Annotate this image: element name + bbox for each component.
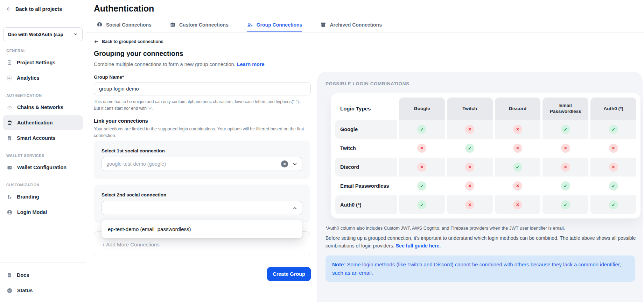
sidebar-item-label: Branding (17, 194, 39, 200)
see-full-guide-link[interactable]: See full guide here. (396, 243, 441, 249)
tab-archived-connections[interactable]: Archived Connections (320, 19, 382, 32)
check-icon: ✓ (609, 125, 618, 134)
panel-heading: POSSIBLE LOGIN COMBINATIONS (326, 81, 643, 86)
check-icon: ✓ (609, 181, 618, 190)
sidebar-item-label: Authentication (17, 120, 53, 125)
section-label-wallet-services: WALLET SERVICES (0, 146, 86, 159)
sidebar-item-analytics[interactable]: Analytics (3, 71, 83, 85)
column-header-email-passwordless: Email Passwordless (542, 98, 588, 120)
column-header-twitch: Twitch (447, 98, 493, 120)
column-header-discord: Discord (495, 98, 541, 120)
sidebar-item-smart-accounts[interactable]: Smart Accounts (3, 131, 83, 145)
sidebar-item-label: Chains & Networks (17, 105, 63, 110)
sidebar-item-wallet-configuration[interactable]: Wallet Configuration (3, 160, 83, 175)
project-selector[interactable]: One with Web3Auth (sap (3, 27, 83, 41)
check-icon: ✓ (609, 200, 618, 209)
supported-cell: ✓ (590, 195, 636, 214)
supported-cell: ✓ (542, 177, 588, 195)
cross-icon: ✕ (513, 200, 522, 209)
select-second-connection-card: Select 2nd social connection (94, 185, 310, 223)
sidebar-item-label: Analytics (17, 75, 39, 81)
cross-icon: ✕ (465, 181, 474, 190)
arrow-left-icon (6, 6, 12, 12)
note-label: Note: (332, 261, 345, 267)
connection-dropdown-menu: ep-test-demo (email_passwordless) (102, 220, 302, 238)
auth0-footnote: *Auth0 column also includes Custom JWT, … (326, 225, 643, 231)
back-link-label: Back to grouped connections (102, 39, 163, 44)
back-to-projects-label: Back to all projects (15, 6, 62, 12)
sidebar-item-branding[interactable]: Branding (3, 189, 83, 204)
arrow-left-icon (94, 39, 99, 44)
sidebar-item-label: Wallet Configuration (17, 165, 66, 170)
page-title: Authentication (94, 3, 154, 14)
sidebar-item-project-settings[interactable]: Project Settings (3, 55, 83, 70)
check-icon: ✓ (417, 181, 426, 190)
wallet-icon (7, 165, 13, 171)
form-subheading: Combine multiple connections to form a n… (94, 62, 265, 67)
tab-social-connections[interactable]: Social Connections (97, 19, 152, 32)
cross-icon: ✕ (417, 163, 426, 172)
tab-label: Custom Connections (179, 22, 229, 28)
brush-icon (7, 194, 12, 200)
sidebar-item-status[interactable]: Status (3, 283, 83, 298)
select-first-value: google-test-demo (google) (106, 161, 281, 167)
learn-more-link[interactable]: Learn more (237, 62, 265, 67)
group-name-input[interactable] (94, 82, 311, 95)
unsupported-cell: ✕ (399, 158, 445, 177)
back-to-grouped-connections-link[interactable]: Back to grouped connections (94, 39, 163, 44)
select-first-connection[interactable]: google-test-demo (google) ✕ (102, 157, 302, 171)
cross-icon: ✕ (465, 163, 474, 172)
sidebar-item-label: Project Settings (17, 60, 55, 65)
sidebar: Back to all projects One with Web3Auth (… (0, 0, 86, 302)
sidebar-item-chains-networks[interactable]: Chains & Networks (3, 100, 83, 115)
tab-label: Archived Connections (330, 22, 382, 28)
user-circle-icon (7, 209, 13, 215)
sidebar-item-login-modal[interactable]: Login Modal (3, 205, 83, 220)
select-second-connection[interactable] (102, 201, 302, 215)
tab-custom-connections[interactable]: Custom Connections (170, 19, 229, 32)
combo-row-label: Auth0 (*) (335, 195, 397, 214)
unsupported-cell: ✕ (542, 158, 588, 177)
form-subheading-text: Combine multiple connections to form a n… (94, 62, 236, 67)
sidebar-item-label: Status (17, 288, 33, 293)
sidebar-item-authentication[interactable]: Authentication (3, 115, 83, 130)
helper-line-1: This name has to be unique and can only … (94, 99, 300, 105)
check-icon: ✓ (513, 163, 522, 172)
check-icon: ✓ (465, 144, 474, 153)
supported-cell: ✓ (399, 120, 445, 139)
database-icon (7, 120, 13, 126)
back-to-projects-link[interactable]: Back to all projects (0, 0, 86, 18)
cross-icon: ✕ (513, 181, 522, 190)
cross-icon: ✕ (465, 200, 474, 209)
create-group-button[interactable]: Create Group (267, 267, 311, 281)
section-label-general: GENERAL (0, 41, 86, 55)
unsupported-cell: ✕ (495, 177, 541, 195)
sidebar-item-docs[interactable]: Docs (3, 268, 83, 282)
add-more-label: + Add More Connections (102, 242, 160, 247)
column-header-login-types: Login Types (335, 98, 397, 120)
section-label-customization: CUSTOMIZATION (0, 175, 86, 189)
cross-icon: ✕ (609, 163, 618, 172)
docs-icon (7, 272, 12, 278)
tab-group-connections[interactable]: Group Connections (247, 19, 302, 32)
cross-icon: ✕ (609, 144, 618, 153)
unsupported-cell: ✕ (447, 195, 493, 214)
supported-cell: ✓ (447, 139, 493, 158)
chevron-down-icon (292, 161, 298, 167)
tab-bar: Social Connections Custom Connections Gr… (86, 19, 644, 33)
cross-icon: ✕ (513, 144, 522, 153)
sidebar-footer: Docs Status (0, 263, 86, 300)
combo-row-label: Discord (335, 158, 397, 177)
supported-cell: ✓ (399, 195, 445, 214)
supported-cell: ✓ (590, 120, 636, 139)
supported-cell: ✓ (542, 120, 588, 139)
users-group-icon (247, 22, 253, 28)
unsupported-cell: ✕ (495, 120, 541, 139)
clear-selection-button[interactable]: ✕ (281, 160, 288, 167)
combinations-table-card: Login Types Google Twitch Discord Email … (331, 93, 640, 218)
unsupported-cell: ✕ (590, 139, 636, 158)
dropdown-option-ep-test-demo[interactable]: ep-test-demo (email_passwordless) (102, 222, 302, 236)
check-icon: ✓ (417, 200, 426, 209)
link-connections-label: Link your connections (94, 118, 148, 124)
combo-row-label: Twitch (335, 139, 397, 158)
